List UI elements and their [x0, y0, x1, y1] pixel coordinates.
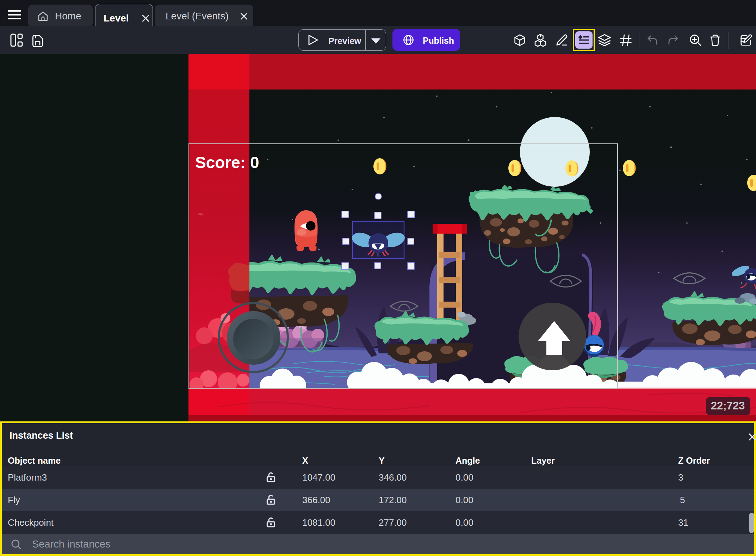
svg-text:22;723: 22;723 [711, 400, 745, 412]
svg-text:Score: 0: Score: 0 [195, 153, 259, 172]
